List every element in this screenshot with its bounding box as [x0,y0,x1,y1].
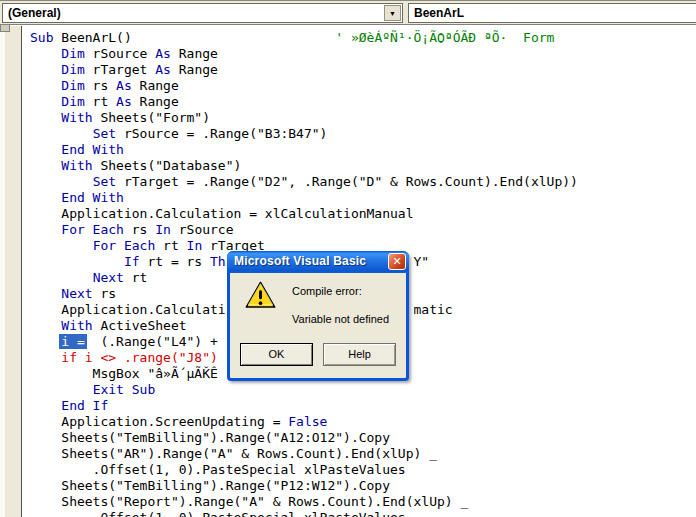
code-segment [30,158,61,173]
margin-corner [0,24,10,32]
ok-button[interactable]: OK [240,343,313,366]
code-line[interactable]: .Offset(1, 0).PasteSpecial xlPasteValues [30,510,696,517]
code-segment: rSource = .Range("B3:B47") [116,126,327,141]
code-line[interactable]: Dim rTarget As Range [30,62,696,78]
vba-editor-window: (General) ▼ BeenArL Sub BeenArL() ' »ØèÁ… [0,0,696,517]
code-segment: End With [61,190,124,205]
code-line[interactable]: Sheets("TemBilling").Range("P12:W12").Co… [30,478,696,494]
code-segment: rt [155,238,186,253]
code-segment: Next [61,286,92,301]
code-segment [30,46,61,61]
code-segment [30,398,61,413]
code-segment: Sheets("Form") [93,110,210,125]
code-segment: For Each [93,238,156,253]
code-line[interactable]: Set rTarget = .Range("D2", .Range("D" & … [30,174,696,190]
code-segment [30,174,93,189]
code-segment: Dim [61,94,84,109]
code-segment: i = [59,334,86,349]
code-segment: rt [85,94,116,109]
code-segment: Application.ScreenUpdating = [30,414,288,429]
code-segment: As [155,46,171,61]
code-line[interactable]: Sheets("AR").Range("A" & Rows.Count).End… [30,446,696,462]
code-segment [30,286,61,301]
code-segment: .Offset(1, 0).PasteSpecial xlPasteValues [30,462,406,477]
code-segment: End With [61,142,124,157]
code-line[interactable]: Set rSource = .Range("B3:B47") [30,126,696,142]
code-line[interactable]: .Offset(1, 0).PasteSpecial xlPasteValues [30,462,696,478]
code-line[interactable]: Sub BeenArL() ' »ØèÁºÑ¹·Ö¡ÃѺªÓÃÐ ªÕ· For… [30,30,696,46]
code-pane-toolbar: (General) ▼ BeenArL [0,0,696,25]
code-segment: Exit Sub [93,382,156,397]
code-segment: Next [93,270,124,285]
object-dropdown-button[interactable]: ▼ [384,5,401,21]
help-button[interactable]: Help [323,343,396,366]
code-segment [30,238,93,253]
code-segment [132,30,336,45]
code-segment: With [61,158,92,173]
code-segment: Dim [61,78,84,93]
code-segment [30,94,61,109]
object-dropdown[interactable]: (General) ▼ [2,3,403,23]
code-segment [30,334,61,349]
code-line[interactable]: Application.Calculation = xlCalculationM… [30,206,696,222]
code-segment: For Each [61,222,124,237]
code-segment: ' »ØèÁºÑ¹·Ö¡ÃѺªÓÃÐ ªÕ· Form [335,30,554,45]
dialog-title: Microsoft Visual Basic [234,254,366,268]
code-line[interactable]: For Each rs In rSource [30,222,696,238]
close-button[interactable]: ✕ [388,253,406,270]
chevron-down-icon: ▼ [389,10,396,17]
code-line[interactable]: Dim rt As Range [30,94,696,110]
code-segment: if i <> .range("J8") [30,350,218,365]
code-segment: As [116,78,132,93]
code-segment: Dim [61,46,84,61]
code-segment: rSource [85,46,155,61]
code-segment: Range [171,62,218,77]
code-segment: rSource [171,222,234,237]
code-line[interactable]: End If [30,398,696,414]
code-segment: Application.Calculation = xlCalculationM… [30,206,414,221]
code-segment: Sheets("TemBilling").Range("P12:W12").Co… [30,478,390,493]
code-segment: False [288,414,327,429]
code-segment: Sheets("TemBilling").Range("A12:O12").Co… [30,430,390,445]
code-segment: Range [132,78,179,93]
code-segment [30,318,61,333]
code-segment: Sheets("Report").Range("A" & Rows.Count)… [30,494,468,509]
code-segment: If [124,254,140,269]
code-line[interactable]: With Sheets("Form") [30,110,696,126]
code-segment: Dim [61,62,84,77]
code-line[interactable]: Exit Sub [30,382,696,398]
code-line[interactable]: End With [30,190,696,206]
code-segment: With [61,110,92,125]
code-segment: End If [61,398,108,413]
code-segment [30,222,61,237]
code-segment: rs [93,286,116,301]
object-dropdown-value: (General) [8,5,61,22]
error-heading: Compile error: [292,285,362,297]
code-segment: rt [124,270,147,285]
code-segment: As [155,62,171,77]
code-segment [30,270,93,285]
code-segment: With [61,318,92,333]
code-segment [30,78,61,93]
code-segment: MsgBox "â»Ã´µÃǨÊ [30,366,218,381]
code-line[interactable]: Sheets("TemBilling").Range("A12:O12").Co… [30,430,696,446]
code-segment: BeenArL() [53,30,131,45]
code-segment: Sub [30,30,53,45]
procedure-dropdown[interactable]: BeenArL [408,3,696,23]
code-line[interactable]: Application.ScreenUpdating = False [30,414,696,430]
code-segment [30,142,61,157]
code-segment: Range [132,94,179,109]
code-segment: Set [93,174,116,189]
code-line[interactable]: Dim rs As Range [30,78,696,94]
code-segment [30,110,61,125]
warning-icon [245,281,276,309]
code-line[interactable]: With Sheets("Database") [30,158,696,174]
code-line[interactable]: Dim rSource As Range [30,46,696,62]
code-line[interactable]: End With [30,142,696,158]
code-line[interactable]: Sheets("Report").Range("A" & Rows.Count)… [30,494,696,510]
code-segment: ActiveSheet [93,318,187,333]
margin-indicator-bar[interactable] [5,26,22,517]
dialog-titlebar[interactable]: Microsoft Visual Basic ✕ [227,251,409,273]
code-segment [30,62,61,77]
code-segment: Range [171,46,218,61]
